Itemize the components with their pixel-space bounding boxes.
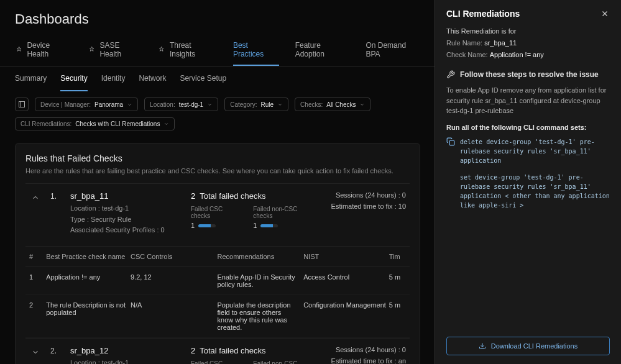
cli-remediations-panel: CLI Remediations This Remediation is for… (435, 0, 621, 364)
wrench-icon (446, 70, 455, 79)
table-row[interactable]: 2 The rule Description is not populated … (25, 295, 410, 338)
expand-toggle[interactable] (30, 193, 40, 202)
filter-device[interactable]: Device | Manager: Panorama (35, 98, 138, 111)
layout-toggle-button[interactable] (15, 98, 29, 111)
filter-checks[interactable]: Checks: All Checks (295, 98, 370, 111)
rule-name-kv: Rule Name: sr_bpa_11 (446, 37, 610, 49)
rules-panel: Rules that Failed Checks Here are the ru… (15, 143, 420, 364)
primary-tab[interactable]: Device Health (15, 35, 71, 66)
failed-csc: Failed CSC checks 1 (191, 360, 242, 364)
copy-icon[interactable] (446, 137, 455, 146)
filter-cli-remediations[interactable]: CLI Remediations: Checks with CLI Remedi… (15, 117, 175, 130)
pin-icon (88, 45, 96, 54)
failed-noncsc: Failed non-CSC checks 1 (253, 360, 316, 364)
rule-row: 2. sr_bpa_12 Location : test-dg-1 Type :… (25, 338, 410, 364)
rule-index: 1. (50, 191, 62, 236)
panel-subtitle: Here are the rules that are failing best… (25, 167, 410, 175)
chevron-down-icon (277, 102, 283, 107)
filter-bar: Device | Manager: Panorama Location: tes… (0, 91, 435, 137)
remediation-for-label: This Remediation is for (446, 27, 610, 35)
rule-name: sr_bpa_12 (70, 346, 182, 355)
rule-meta: Location : test-dg-1 Type : Security Rul… (70, 358, 182, 364)
panel-title: Rules that Failed Checks (25, 153, 410, 163)
primary-tab[interactable]: Feature Adoption (295, 35, 350, 66)
filter-category[interactable]: Category: Rule (224, 98, 288, 111)
cli-command: set device-group 'test-dg-1' pre-rulebas… (446, 171, 610, 211)
remediation-description: To enable App ID remove any from applica… (446, 85, 610, 116)
pin-icon (15, 45, 23, 54)
chevron-down-icon (359, 102, 365, 107)
secondary-tab[interactable]: Identity (101, 66, 126, 91)
primary-tab[interactable]: Best Practices (233, 35, 279, 66)
failed-csc: Failed CSC checks 1 (191, 206, 242, 229)
chevron-down-icon (163, 121, 169, 127)
total-failed: 2 Total failed checks (191, 346, 316, 355)
secondary-tab[interactable]: Summary (15, 66, 47, 91)
chevron-down-icon (127, 102, 132, 107)
table-header: # Best Practice check name CSC Controls … (25, 247, 410, 267)
pin-icon (157, 45, 165, 54)
rule-index: 2. (50, 346, 62, 364)
secondary-tab[interactable]: Service Setup (180, 66, 226, 91)
download-icon (479, 342, 486, 350)
rule-row: 1. sr_bpa_11 Location : test-dg-1 Type :… (25, 183, 410, 245)
rule-meta: Location : test-dg-1 Type : Security Rul… (70, 203, 182, 236)
rule-stats: Sessions (24 hours) : 0 Estimated time t… (325, 191, 406, 236)
rule-stats: Sessions (24 hours) : 0 Estimated time t… (325, 346, 406, 364)
cli-commands-label: Run all of the following CLI command set… (446, 124, 610, 131)
rule-name: sr_bpa_11 (70, 191, 182, 201)
download-cli-button[interactable]: Download CLI Remediations (446, 337, 610, 355)
close-button[interactable] (600, 9, 610, 19)
primary-tab[interactable]: SASE Health (88, 35, 142, 66)
secondary-tabs: SummarySecurityIdentityNetworkService Se… (0, 66, 435, 91)
primary-tabs: Device HealthSASE HealthThreat InsightsB… (0, 35, 435, 66)
table-row[interactable]: 1 Application != any 9.2, 12 Enable App-… (25, 267, 410, 295)
secondary-tab[interactable]: Security (60, 66, 87, 91)
steps-header: Follow these steps to resolve the issue (446, 70, 610, 79)
check-name-kv: Check Name: Application != any (446, 49, 610, 61)
expand-toggle[interactable] (30, 347, 40, 357)
failed-noncsc: Failed non-CSC checks 1 (253, 206, 316, 229)
chevron-down-icon (207, 102, 213, 107)
cli-command: delete device-group 'test-dg-1' pre-rule… (446, 136, 610, 166)
primary-tab[interactable]: On Demand BPA (366, 35, 420, 66)
filter-location[interactable]: Location: test-dg-1 (144, 98, 218, 111)
side-panel-title: CLI Remediations (446, 9, 520, 19)
total-failed: 2 Total failed checks (191, 191, 316, 201)
svg-rect-0 (19, 102, 25, 107)
primary-tab[interactable]: Threat Insights (157, 35, 216, 66)
svg-rect-4 (449, 140, 454, 145)
page-title: Dashboards (0, 0, 435, 35)
secondary-tab[interactable]: Network (139, 66, 166, 91)
checks-table: # Best Practice check name CSC Controls … (25, 246, 410, 338)
